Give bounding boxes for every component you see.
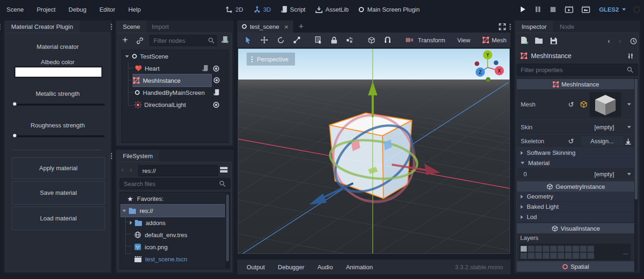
new-scene-tab-button[interactable]: + — [293, 22, 309, 32]
category-geometryinstance[interactable]: GeometryInstance — [517, 181, 635, 192]
assign-skeleton-icon[interactable] — [625, 138, 631, 145]
select-tool-button[interactable] — [237, 36, 256, 44]
layer-checkbox[interactable] — [565, 252, 572, 259]
menu-editor[interactable]: Editor — [93, 0, 122, 19]
tab-scene[interactable]: Scene — [116, 20, 147, 33]
menu-scene[interactable]: Scene — [0, 0, 30, 19]
attach-script-button[interactable]: + — [221, 36, 228, 45]
chevron-down-icon[interactable] — [627, 103, 631, 106]
revert-icon[interactable]: ↺ — [568, 100, 574, 109]
scrollbar[interactable] — [634, 78, 638, 272]
layer-checkbox[interactable] — [580, 252, 587, 259]
category-visualinstance[interactable]: VisualInstance — [517, 223, 635, 233]
layer-checkbox[interactable] — [528, 246, 535, 252]
menu-project[interactable]: Project — [30, 0, 62, 19]
slider-thumb[interactable] — [12, 101, 17, 106]
layer-checkbox[interactable] — [543, 252, 550, 259]
3d-viewport[interactable]: Y X Z Perspective — [238, 48, 510, 254]
layer-checkbox[interactable] — [587, 252, 594, 259]
group-button[interactable] — [342, 37, 358, 44]
section-baked-light[interactable]: Baked Light — [517, 202, 635, 212]
scrollbar-thumb[interactable] — [635, 79, 637, 199]
rotate-tool-button[interactable] — [273, 37, 289, 44]
revert-icon[interactable]: ↺ — [568, 137, 574, 146]
extra-options-icon[interactable] — [627, 53, 634, 60]
pause-button[interactable] — [530, 7, 545, 12]
menu-view[interactable]: View — [457, 37, 470, 44]
layer-checkbox[interactable] — [550, 246, 557, 252]
workspace-main-screen-plugin-button[interactable]: Main Screen Plugin — [359, 6, 420, 13]
metallic-strength-slider[interactable] — [12, 104, 105, 106]
snap-toggle[interactable] — [380, 37, 396, 44]
tab-import[interactable]: Import — [145, 20, 175, 33]
workspace-script-button[interactable]: Script — [281, 6, 305, 13]
tree-row-heart[interactable]: Heart — [122, 62, 228, 74]
slider-thumb[interactable] — [12, 133, 17, 138]
load-resource-button[interactable] — [535, 38, 543, 44]
visibility-eye-icon[interactable] — [213, 66, 219, 72]
load-material-button[interactable]: Load material — [12, 206, 105, 230]
tab-node[interactable]: Node — [553, 20, 581, 33]
file-row-favorites[interactable]: ★ Favorites: — [121, 193, 229, 205]
scrollbar[interactable] — [226, 193, 229, 268]
layer-checkbox[interactable] — [520, 246, 527, 252]
stop-button[interactable] — [545, 7, 561, 12]
tab-inspector[interactable]: Inspector — [515, 20, 553, 33]
renderer-dropdown[interactable]: GLES2 — [594, 6, 631, 13]
tab-output[interactable]: Output — [237, 264, 271, 271]
material-value[interactable]: [empty] — [587, 171, 622, 178]
script-badge-icon[interactable] — [214, 89, 219, 96]
expand-icon[interactable] — [130, 221, 132, 225]
new-resource-button[interactable]: + — [521, 37, 527, 45]
collapse-icon[interactable] — [125, 55, 129, 58]
menu-debug[interactable]: Debug — [62, 0, 93, 19]
layer-checkbox[interactable] — [543, 246, 550, 252]
script-badge-icon[interactable] — [202, 65, 208, 72]
close-icon[interactable]: × — [284, 23, 288, 31]
skeleton-assign-button[interactable]: Assign... — [581, 136, 623, 146]
layer-checkbox[interactable] — [580, 246, 587, 252]
filter-properties-input[interactable] — [517, 64, 638, 76]
menu-mesh[interactable]: Mesh — [483, 37, 507, 44]
section-geometry[interactable]: Geometry — [517, 192, 635, 202]
play-button[interactable] — [516, 7, 530, 12]
dock-menu-icon[interactable] — [0, 24, 0, 25]
mesh-preview-thumbnail[interactable] — [590, 92, 621, 117]
file-row-default-env[interactable]: default_env.tres — [121, 229, 229, 241]
path-field[interactable] — [138, 165, 218, 176]
layer-checkbox[interactable] — [587, 246, 594, 252]
file-row-res[interactable]: res:// — [121, 205, 224, 217]
chevron-down-icon[interactable] — [627, 126, 631, 128]
tab-audio[interactable]: Audio — [311, 264, 339, 271]
history-back-button[interactable]: ‹ — [608, 37, 610, 45]
save-resource-button[interactable] — [550, 38, 557, 44]
scale-tool-button[interactable] — [289, 37, 305, 43]
section-software-skinning[interactable]: Software Skinning — [517, 148, 635, 158]
save-material-button[interactable]: Save material — [12, 181, 105, 205]
category-spatial[interactable]: Spatial — [517, 261, 635, 272]
mesh-resource-icon[interactable] — [580, 101, 587, 108]
layer-checkbox[interactable] — [535, 252, 542, 259]
layer-checkbox[interactable] — [550, 252, 557, 259]
tree-row-meshinstance[interactable]: MeshInstance — [133, 74, 211, 86]
layer-checkbox[interactable] — [557, 246, 564, 252]
search-files-input[interactable] — [120, 178, 230, 189]
list-select-tool-button[interactable] — [310, 36, 327, 44]
roughness-strength-slider[interactable] — [12, 135, 105, 137]
layer-checkbox[interactable] — [535, 246, 542, 252]
visibility-eye-icon[interactable] — [213, 102, 219, 108]
instance-scene-button[interactable] — [136, 37, 143, 44]
dock-menu-icon[interactable] — [111, 153, 112, 154]
workspace-2d-button[interactable]: 2D — [226, 6, 243, 13]
scrollbar-thumb[interactable] — [226, 194, 229, 261]
nav-back-button[interactable]: ‹ — [121, 166, 124, 173]
distraction-free-button[interactable] — [499, 23, 510, 30]
layer-checkbox[interactable] — [557, 252, 564, 259]
local-space-toggle[interactable] — [363, 37, 380, 44]
file-row-addons[interactable]: addons — [121, 217, 229, 229]
layer-checkbox[interactable] — [572, 246, 579, 252]
chevron-down-icon[interactable] — [627, 173, 631, 175]
nav-forward-button[interactable]: › — [130, 166, 132, 173]
scene-tab-test-scene[interactable]: test_scene × — [237, 20, 293, 33]
section-transform[interactable]: Transform — [517, 272, 635, 272]
